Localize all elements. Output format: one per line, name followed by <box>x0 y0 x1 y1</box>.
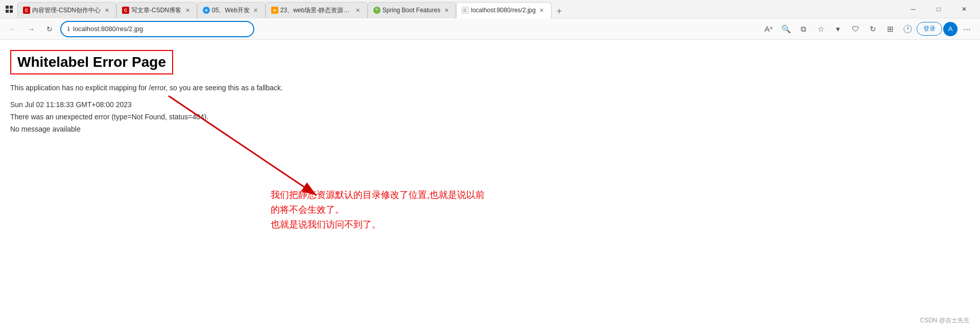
error-message: No message available <box>10 125 81 133</box>
split-view-icon[interactable]: ⧉ <box>795 21 811 37</box>
url-box[interactable]: ℹ <box>60 21 254 37</box>
tab-favicon-file: 🗋 <box>462 7 469 14</box>
window-controls: ─ □ ✕ <box>901 2 976 17</box>
tab-close-1[interactable]: ✕ <box>103 6 111 14</box>
error-type: There was an unexpected error (type=Not … <box>10 113 208 121</box>
error-title: Whitelabel Error Page <box>17 54 166 70</box>
annotation-container: 我们把静态资源默认的目录修改了位置,也就是说以前的将不会生效了。 也就是说我们访… <box>128 70 485 234</box>
svg-rect-3 <box>10 10 13 13</box>
window-icon <box>4 4 14 14</box>
tab-close-4[interactable]: ✕ <box>354 6 362 14</box>
avatar[interactable]: A <box>943 22 958 36</box>
new-tab-button[interactable]: ＋ <box>552 3 567 18</box>
browser-essentials-icon[interactable]: ↻ <box>865 21 881 37</box>
tab-static-resources[interactable]: ● 23、web场景-静态资源规... ✕ <box>266 2 368 18</box>
error-title-box: Whitelabel Error Page <box>10 50 173 74</box>
read-aloud-icon[interactable]: Aᵃ <box>760 21 777 37</box>
title-bar: C 内容管理-CSDN创作中心 ✕ C 写文章-CSDN博客 ✕ ● 05、We… <box>0 0 980 18</box>
toolbar-right: Aᵃ 🔍 ⧉ ☆ ▾ 🛡 ↻ ⊞ 🕐 登录 A ⋯ <box>261 21 975 37</box>
collections-icon[interactable]: ⊞ <box>882 21 898 37</box>
reload-button[interactable]: ↻ <box>42 21 57 37</box>
tab-close-5[interactable]: ✕ <box>442 6 450 14</box>
svg-rect-2 <box>6 10 9 13</box>
info-icon: ℹ <box>67 26 70 33</box>
annotation-line2: 也就是说我们访问不到了。 <box>271 219 381 230</box>
tab-close-3[interactable]: ✕ <box>252 6 260 14</box>
tab-label-1: 内容管理-CSDN创作中心 <box>32 6 101 15</box>
url-input[interactable] <box>73 25 247 33</box>
tab-label-5: Spring Boot Features <box>383 7 440 14</box>
address-bar: ← → ↻ ℹ Aᵃ 🔍 ⧉ ☆ ▾ 🛡 ↻ ⊞ 🕐 登录 A ⋯ <box>0 18 980 40</box>
tab-label-3: 05、Web开发 <box>212 6 250 15</box>
back-button[interactable]: ← <box>5 21 20 37</box>
maximize-button[interactable]: □ <box>927 2 950 17</box>
tab-content-management[interactable]: C 内容管理-CSDN创作中心 ✕ <box>17 2 116 18</box>
login-button[interactable]: 登录 <box>917 22 942 36</box>
tab-favicon-csdn1: C <box>23 7 30 14</box>
favorites-icon[interactable]: ☆ <box>812 21 829 37</box>
arrow-svg <box>128 70 485 234</box>
tab-close-2[interactable]: ✕ <box>183 6 192 14</box>
error-timestamp: Sun Jul 02 11:18:33 GMT+08:00 2023 <box>10 100 132 109</box>
close-button[interactable]: ✕ <box>952 2 976 17</box>
tab-favicon-blue: ● <box>203 7 210 14</box>
error-description: This application has no explicit mapping… <box>10 84 970 92</box>
svg-rect-1 <box>10 6 13 9</box>
search-icon[interactable]: 🔍 <box>778 21 794 37</box>
tab-strip-container: C 内容管理-CSDN创作中心 ✕ C 写文章-CSDN博客 ✕ ● 05、We… <box>4 0 897 18</box>
page-content: Whitelabel Error Page This application h… <box>0 40 980 325</box>
tab-label-4: 23、web场景-静态资源规... <box>280 6 352 15</box>
tab-favicon-csdn2: C <box>122 7 129 14</box>
shield-icon[interactable]: 🛡 <box>847 21 864 37</box>
tab-label-6: localhost:8080/res/2.jpg <box>471 7 536 14</box>
tab-favicon-spring: 🍃 <box>373 7 380 14</box>
tab-web-dev[interactable]: ● 05、Web开发 ✕ <box>197 2 266 18</box>
tab-spring-boot[interactable]: 🍃 Spring Boot Features ✕ <box>368 2 456 18</box>
tab-favicon-orange: ● <box>271 7 278 14</box>
settings-icon[interactable]: ⋯ <box>959 21 975 37</box>
watermark: CSDN @吉士先生 <box>920 316 970 325</box>
svg-rect-0 <box>6 6 9 9</box>
forward-button[interactable]: → <box>23 21 39 37</box>
annotation-text: 我们把静态资源默认的目录修改了位置,也就是说以前的将不会生效了。 也就是说我们访… <box>271 188 485 232</box>
tab-write-article[interactable]: C 写文章-CSDN博客 ✕ <box>116 2 197 18</box>
tab-localhost[interactable]: 🗋 localhost:8080/res/2.jpg ✕ <box>456 2 552 18</box>
favorites-menu-icon[interactable]: ▾ <box>830 21 846 37</box>
tab-close-6[interactable]: ✕ <box>538 6 546 14</box>
error-detail: Sun Jul 02 11:18:33 GMT+08:00 2023 There… <box>10 99 970 135</box>
history-icon[interactable]: 🕐 <box>899 21 916 37</box>
tab-label-2: 写文章-CSDN博客 <box>131 6 181 15</box>
tab-strip: C 内容管理-CSDN创作中心 ✕ C 写文章-CSDN博客 ✕ ● 05、We… <box>17 0 897 18</box>
annotation-line1: 我们把静态资源默认的目录修改了位置,也就是说以前的将不会生效了。 <box>271 190 485 215</box>
minimize-button[interactable]: ─ <box>901 2 925 17</box>
